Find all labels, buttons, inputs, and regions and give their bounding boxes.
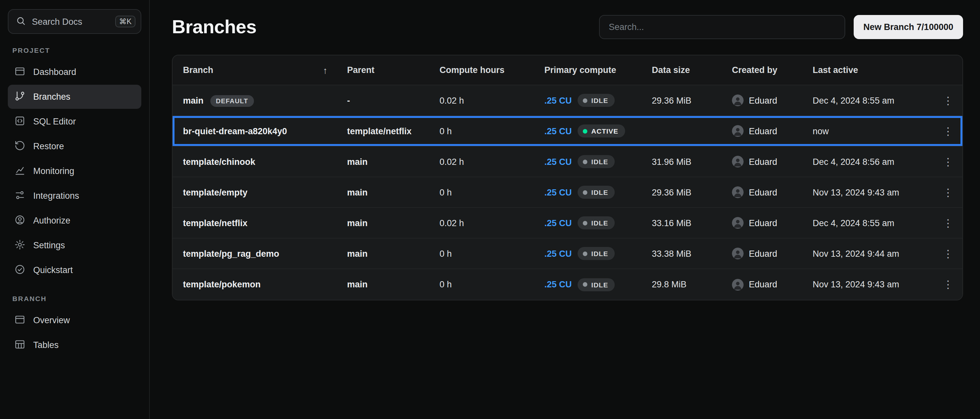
data-size: 33.38 MiB xyxy=(652,249,732,258)
page-title: Branches xyxy=(172,16,256,38)
sidebar-item-authorize[interactable]: Authorize xyxy=(8,209,141,233)
column-header-primary-compute[interactable]: Primary compute xyxy=(544,65,652,75)
sidebar-item-label: Dashboard xyxy=(33,67,76,77)
sort-ascending-icon[interactable]: ↑ xyxy=(323,65,328,75)
sidebar-item-label: Integrations xyxy=(33,191,79,201)
restore-icon xyxy=(14,140,25,153)
table-row[interactable]: mainDEFAULT - 0.02 h .25 CUIDLE 29.36 Mi… xyxy=(173,85,963,116)
table-row[interactable]: template/pg_rag_demo main 0 h .25 CUIDLE… xyxy=(173,239,963,269)
monitoring-icon xyxy=(14,164,25,178)
sidebar-item-sql-editor[interactable]: SQL Editor xyxy=(8,110,141,134)
status-dot-icon xyxy=(583,190,587,194)
branch-name: template/pg_rag_demo xyxy=(183,249,279,258)
sidebar-item-monitoring[interactable]: Monitoring xyxy=(8,159,141,183)
cu-label: .25 CU xyxy=(544,96,572,105)
table-icon xyxy=(14,339,25,352)
branch-name: br-quiet-dream-a820k4y0 xyxy=(183,126,287,136)
last-active: now xyxy=(813,126,934,136)
row-menu-button[interactable]: ⋮ xyxy=(939,275,957,293)
row-menu-button[interactable]: ⋮ xyxy=(939,244,957,263)
status-dot-icon xyxy=(583,251,587,256)
table-header-row: Branch ↑ Parent Compute hours Primary co… xyxy=(173,56,963,85)
sidebar-item-restore[interactable]: Restore xyxy=(8,134,141,158)
sidebar-item-tables[interactable]: Tables xyxy=(8,333,141,357)
branch-name: template/chinook xyxy=(183,157,255,166)
created-by: Eduard xyxy=(732,94,813,106)
cu-label: .25 CU xyxy=(544,218,572,228)
column-header-created-by[interactable]: Created by xyxy=(732,65,813,75)
parent-branch: - xyxy=(347,96,439,105)
gear-icon xyxy=(14,239,25,252)
section-label-branch: BRANCH xyxy=(13,295,137,303)
table-row-selected[interactable]: br-quiet-dream-a820k4y0 template/netflix… xyxy=(173,116,963,147)
sidebar-item-label: Quickstart xyxy=(33,265,73,275)
new-branch-button[interactable]: New Branch 7/100000 xyxy=(854,15,963,39)
sidebar-item-label: Overview xyxy=(33,315,70,325)
column-header-last-active[interactable]: Last active xyxy=(813,65,934,75)
status-badge: IDLE xyxy=(578,94,615,107)
last-active: Nov 13, 2024 9:43 am xyxy=(813,280,934,289)
table-row[interactable]: template/empty main 0 h .25 CUIDLE 29.36… xyxy=(173,177,963,208)
app-window: Search Docs ⌘K PROJECT Dashboard Branche… xyxy=(0,0,980,419)
created-by: Eduard xyxy=(732,248,813,259)
table-row[interactable]: template/chinook main 0.02 h .25 CUIDLE … xyxy=(173,147,963,177)
search-icon xyxy=(16,15,26,28)
row-menu-button[interactable]: ⋮ xyxy=(939,214,957,232)
column-header-data-size[interactable]: Data size xyxy=(652,65,732,75)
last-active: Dec 4, 2024 8:56 am xyxy=(813,157,934,166)
column-header-parent[interactable]: Parent xyxy=(347,65,439,75)
avatar xyxy=(732,186,744,198)
row-menu-button[interactable]: ⋮ xyxy=(939,183,957,201)
branch-name: template/netflix xyxy=(183,218,247,228)
row-menu-button[interactable]: ⋮ xyxy=(939,91,957,110)
sidebar-item-overview[interactable]: Overview xyxy=(8,308,141,332)
search-input[interactable] xyxy=(599,15,845,39)
sidebar-item-label: Settings xyxy=(33,241,65,250)
parent-branch: main xyxy=(347,157,439,166)
sidebar-item-label: Branches xyxy=(33,92,70,102)
sidebar-item-label: Tables xyxy=(33,340,59,350)
column-header-branch[interactable]: Branch ↑ xyxy=(183,65,347,75)
sidebar-item-settings[interactable]: Settings xyxy=(8,233,141,257)
cu-label: .25 CU xyxy=(544,280,572,289)
avatar xyxy=(732,217,744,229)
status-badge: IDLE xyxy=(578,155,615,168)
status-dot-icon xyxy=(583,129,587,133)
parent-branch: main xyxy=(347,249,439,258)
compute-hours: 0 h xyxy=(439,280,544,289)
table-row[interactable]: template/pokemon main 0 h .25 CUIDLE 29.… xyxy=(173,269,963,300)
sidebar-item-integrations[interactable]: Integrations xyxy=(8,184,141,208)
status-badge: IDLE xyxy=(578,247,615,260)
last-active: Nov 13, 2024 9:43 am xyxy=(813,187,934,197)
viewport: Search Docs ⌘K PROJECT Dashboard Branche… xyxy=(0,0,980,419)
created-by: Eduard xyxy=(732,156,813,167)
row-menu-button[interactable]: ⋮ xyxy=(939,153,957,171)
sidebar: Search Docs ⌘K PROJECT Dashboard Branche… xyxy=(0,0,150,419)
data-size: 29.36 MiB xyxy=(652,96,732,105)
avatar xyxy=(732,125,744,137)
last-active: Nov 13, 2024 9:44 am xyxy=(813,249,934,258)
sidebar-item-label: Authorize xyxy=(33,216,70,225)
sql-editor-icon xyxy=(14,115,25,128)
column-header-compute-hours[interactable]: Compute hours xyxy=(439,65,544,75)
status-badge: ACTIVE xyxy=(578,124,625,137)
compute-hours: 0.02 h xyxy=(439,218,544,228)
branches-table: Branch ↑ Parent Compute hours Primary co… xyxy=(172,55,963,300)
last-active: Dec 4, 2024 8:55 am xyxy=(813,218,934,228)
row-menu-button[interactable]: ⋮ xyxy=(939,122,957,140)
keyboard-shortcut-badge: ⌘K xyxy=(115,16,135,27)
avatar xyxy=(732,279,744,290)
sidebar-item-quickstart[interactable]: Quickstart xyxy=(8,258,141,282)
cu-label: .25 CU xyxy=(544,249,572,258)
dashboard-icon xyxy=(14,65,25,78)
search-docs-label: Search Docs xyxy=(32,17,110,26)
page-header: Branches New Branch 7/100000 xyxy=(172,15,963,39)
sidebar-item-label: Restore xyxy=(33,142,64,151)
sidebar-item-dashboard[interactable]: Dashboard xyxy=(8,60,141,84)
table-row[interactable]: template/netflix main 0.02 h .25 CUIDLE … xyxy=(173,208,963,239)
sidebar-item-branches[interactable]: Branches xyxy=(8,85,141,109)
branch-name: main xyxy=(183,96,204,105)
section-label-project: PROJECT xyxy=(13,46,137,54)
cu-label: .25 CU xyxy=(544,187,572,197)
search-docs-button[interactable]: Search Docs ⌘K xyxy=(8,9,141,34)
